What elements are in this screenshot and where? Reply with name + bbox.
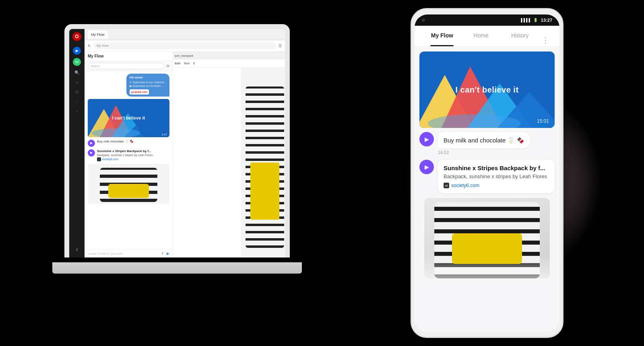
laptop-upload-icon[interactable]: ⬆ [161,251,164,255]
laptop-flow-tab[interactable]: My Flow [88,31,108,39]
laptop-note-item: ▶ Buy milk chocolate 🥛 🍫 [88,140,169,147]
phone-wrapper: ▐▐▐▐ 🔋 13:27 My Flow Home History [411,8,564,338]
phone-camera [422,19,425,22]
laptop-tab-tech[interactable]: Tech [184,62,190,65]
phone-message-text: Buy milk and chocolate 🥛 🍫 [444,136,524,144]
phone-link-row: ▶ Sunshine x Stripes Backpack by f... Ba… [419,160,555,193]
laptop-link-desc: Backpack, sunshine x stripes by Leah Flo… [97,154,169,157]
laptop-tab-bath[interactable]: Bath [175,62,180,65]
laptop-settings-icon[interactable]: ⚙ [166,64,169,68]
phone-screen: ▐▐▐▐ 🔋 13:27 My Flow Home History [415,14,559,332]
sidebar-download-icon[interactable]: ⬇ [74,246,80,253]
phone-tab-home[interactable]: Home [462,26,501,46]
laptop-message-oh-wow: Oh wow! ✔ Subscribe to our channel...▶ D… [126,74,169,97]
laptop-flow-content: Oh wow! ✔ Subscribe to our channel...▶ D… [85,71,173,249]
laptop-flow-title: My Flow [88,54,103,58]
opera-sidebar: O ▶ W 🔍 ◁ ⊡ ♡ ○ ⬇ [69,29,85,257]
laptop-note-text: Buy milk chocolate 🥛 🍫 [97,140,169,143]
phone-video-timestamp: 15:01 [537,118,549,124]
phone-avatar-icon: ▶ [425,136,429,142]
laptop-bookmark-bar: ipes_backpack [173,51,285,60]
laptop-video-card[interactable]: I can't believe it 3:47 [88,99,169,137]
phone-time-display: 13:27 [541,18,552,23]
laptop-msg-title: Oh wow! [130,76,166,80]
laptop-video-text: I can't believe it [112,115,145,120]
phone-link-title: Sunshine x Stripes Backpack by f... [444,165,549,171]
phone-tab-myflow[interactable]: My Flow [423,26,462,46]
phone-link-url-text: society6.com [451,183,479,188]
phone-message-avatar: ▶ [419,132,434,146]
laptop-backpack-css [88,164,169,204]
phone-link-desc: Backpack, sunshine x stripes by Leah Flo… [444,173,549,180]
phone-link-avatar: ▶ [419,160,434,174]
phone-message-bubble: Buy milk and chocolate 🥛 🍫 [438,132,530,148]
laptop-product-image [241,68,285,257]
laptop-flow-tab-label: My Flow [91,33,105,37]
phone-link-avatar-icon: ▶ [425,164,429,170]
phone-video-text: I can't believe it [455,85,518,95]
phone-signal-icon: ▐▐▐▐ [520,18,530,22]
bookmark-tab-name: ipes_backpack [175,54,193,57]
laptop-screen-outer: O ▶ W 🔍 ◁ ⊡ ♡ ○ ⬇ [64,24,290,257]
opera-logo-icon[interactable]: O [72,32,81,41]
sidebar-clock-icon[interactable]: ○ [74,108,80,114]
phone-nav-bar[interactable]: My Flow Home History ⋮ [415,26,559,47]
opera-main: My Flow ↻ My Flow ☰ [85,29,285,257]
laptop-browser-tabs: ipes_backpack Bath Tech S [173,51,285,257]
laptop-note-avatar: ▶ [88,140,95,147]
reload-icon[interactable]: ↻ [88,44,91,48]
phone-scroll-area: ▶ Buy milk and chocolate 🥛 🍫 16:52 [415,128,559,332]
sidebar-nav-icon[interactable]: ◁ [74,79,80,85]
laptop-flow-panel: My Flow Search ⚙ Oh [85,51,173,257]
laptop-tab-bar: My Flow [85,29,285,40]
laptop-flow-input-placeholder[interactable]: Leave a note to yourself... [88,252,159,255]
phone-more-button[interactable]: ⋮ [539,36,551,46]
laptop-link-avatar: ▶ [88,149,95,157]
sidebar-search-icon[interactable]: 🔍 [74,69,80,76]
laptop-tab-s[interactable]: S [193,62,195,65]
laptop-flow-search-bar: Search ⚙ [85,61,173,71]
phone-tab-history[interactable]: History [500,26,539,46]
laptop-base [52,262,302,274]
phone-video-card[interactable]: I can't believe it 15:01 [419,51,555,128]
phone-status-bar: ▐▐▐▐ 🔋 13:27 [415,14,559,26]
laptop-search-placeholder: Search [91,65,99,68]
phone-tab-home-label: Home [473,32,488,39]
phone-backpack-pouch [452,233,522,264]
phone-link-url-row: s6 society6.com [444,183,549,188]
sidebar-snapshot-icon[interactable]: ⊡ [74,89,80,95]
scene: O ▶ W 🔍 ◁ ⊡ ♡ ○ ⬇ [0,0,644,346]
phone-battery-icon: 🔋 [533,18,538,22]
phone-more-icon: ⋮ [542,36,549,45]
laptop-address-bar: ↻ My Flow ☰ [85,40,285,51]
laptop-flow-header: My Flow [85,51,173,61]
laptop-link-content: Sunshine x Stripes Backpack by f... Back… [97,149,169,161]
phone-message-time: 16:52 [438,150,530,155]
laptop-wrapper: O ▶ W 🔍 ◁ ⊡ ♡ ○ ⬇ [52,24,302,306]
laptop-backpack-pouch [108,184,149,198]
laptop-link-item: ▶ Sunshine x Stripes Backpack by f... Ba… [88,149,169,161]
laptop-link-title: Sunshine x Stripes Backpack by f... [97,149,169,153]
sidebar-whatsapp-icon[interactable]: W [73,58,81,66]
laptop-send-icon[interactable]: ▶ [167,251,169,255]
menu-icon[interactable]: ☰ [279,44,282,48]
phone-tab-history-label: History [511,32,529,39]
phone-frame: ▐▐▐▐ 🔋 13:27 My Flow Home History [411,8,564,338]
sidebar-heart-icon[interactable]: ♡ [74,98,80,105]
phone-message-row: ▶ Buy milk and chocolate 🥛 🍫 16:52 [419,132,555,155]
laptop-link-url[interactable]: society6.com [97,157,169,161]
phone-backpack-image [424,198,550,278]
laptop-search-input[interactable]: Search [88,63,165,69]
phone-content: I can't believe it 15:01 ▶ Buy [415,47,559,332]
sidebar-bottom: ⬇ [74,246,80,257]
phone-tab-myflow-label: My Flow [431,32,453,39]
laptop-flow-input-area: Leave a note to yourself... ⬆ ▶ [85,249,173,257]
laptop-address-input[interactable]: My Flow [93,42,276,49]
phone-link-favicon: s6 [444,183,449,188]
laptop-screen-inner: O ▶ W 🔍 ◁ ⊡ ♡ ○ ⬇ [69,29,285,257]
laptop-youtube-link[interactable]: youtube.com [130,89,149,95]
phone-message-content: Buy milk and chocolate 🥛 🍫 16:52 [438,132,530,155]
phone-link-card[interactable]: Sunshine x Stripes Backpack by f... Back… [438,160,555,193]
sidebar-flow-icon[interactable]: ▶ [73,47,81,55]
laptop-video-timestamp: 3:47 [161,133,167,136]
